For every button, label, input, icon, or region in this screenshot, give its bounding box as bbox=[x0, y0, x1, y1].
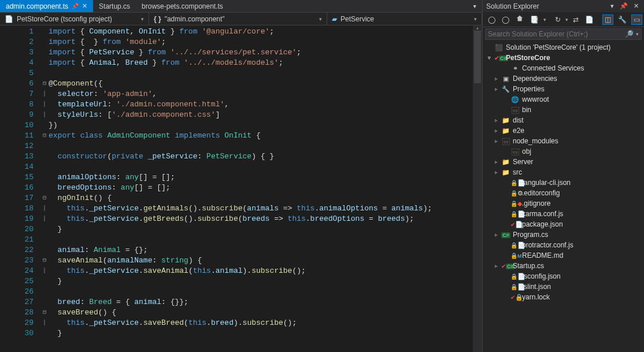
tree-item-label: src bbox=[513, 168, 522, 176]
sync-icon[interactable]: 📑 bbox=[528, 15, 541, 24]
expand-icon[interactable]: • bbox=[502, 107, 508, 113]
tree-item[interactable]: ▹📁e2e bbox=[483, 125, 644, 136]
tree-item[interactable]: •⬛Solution 'PetStoreCore' (1 project) bbox=[483, 42, 644, 53]
scrollbar-thumb[interactable] bbox=[474, 31, 481, 83]
window-position-icon[interactable]: ▾ bbox=[609, 2, 616, 10]
search-dropdown-icon[interactable]: ▾ bbox=[636, 31, 639, 37]
collapse-icon[interactable]: ⇄ bbox=[571, 15, 580, 24]
close-icon[interactable]: ✕ bbox=[82, 2, 87, 10]
vertical-scrollbar[interactable]: ▴ bbox=[473, 25, 482, 352]
tree-item[interactable]: •🔒📄tslint.json bbox=[483, 281, 644, 292]
tree-item-label: wwwroot bbox=[522, 95, 549, 103]
tab-overflow-icon[interactable]: ▾ bbox=[471, 1, 479, 12]
tree-item-label: tsconfig.json bbox=[522, 272, 561, 280]
fold-gutter[interactable]: ⊟|||⊟⊟||⊟|⊟| bbox=[40, 25, 49, 352]
forward-icon[interactable]: ◯ bbox=[500, 15, 511, 24]
expand-icon[interactable]: • bbox=[502, 273, 508, 279]
tree-item[interactable]: •▭obj bbox=[483, 146, 644, 157]
expand-icon[interactable]: ▹ bbox=[493, 117, 499, 123]
tree-item[interactable]: •🔒◆.gitignore bbox=[483, 198, 644, 209]
check-icon: ✔C# bbox=[494, 54, 504, 61]
expand-icon[interactable]: • bbox=[502, 201, 508, 206]
tree-item-label: karma.conf.js bbox=[522, 210, 563, 218]
tree-item-label: .gitignore bbox=[522, 199, 550, 208]
expand-icon[interactable]: • bbox=[502, 190, 508, 196]
expand-icon[interactable]: ▹ bbox=[493, 232, 499, 238]
nav-project-dropdown[interactable]: 📄 PetStoreCore (tsconfig project) ▾ bbox=[0, 13, 149, 25]
lock-json-icon: 🔒📄 bbox=[510, 242, 520, 249]
tree-item-label: README.md bbox=[522, 251, 563, 260]
tree-item[interactable]: •⚭Connected Services bbox=[483, 63, 644, 73]
tree-item[interactable]: •🔒📄protractor.conf.js bbox=[483, 240, 644, 250]
expand-icon[interactable]: • bbox=[502, 253, 508, 258]
lock-json-icon: 🔒📄 bbox=[510, 283, 520, 291]
expand-icon[interactable]: ▹ bbox=[493, 138, 499, 144]
expand-icon[interactable]: ▹ bbox=[493, 169, 499, 175]
document-tab[interactable]: admin.component.ts📌✕ bbox=[0, 0, 93, 12]
lock-json-icon: 🔒📄 bbox=[510, 210, 520, 218]
search-input[interactable] bbox=[488, 30, 623, 38]
expand-icon[interactable]: • bbox=[502, 211, 508, 217]
tab-label: browse-pets.component.ts bbox=[142, 2, 223, 10]
show-all-icon[interactable]: 📄 bbox=[583, 15, 595, 24]
tree-item[interactable]: •🔒M↓README.md bbox=[483, 250, 644, 261]
tree-item[interactable]: ▿✔C#PetStoreCore bbox=[483, 53, 644, 63]
nav-scope-dropdown[interactable]: { } "admin.component" ▾ bbox=[149, 13, 327, 25]
tree-item[interactable]: ▹📁dist bbox=[483, 115, 644, 125]
tree-item[interactable]: •✔📄package.json bbox=[483, 219, 644, 229]
preview-icon[interactable]: ◫ bbox=[602, 14, 613, 25]
document-tab[interactable]: Startup.cs bbox=[93, 0, 136, 12]
solution-search[interactable]: 🔎 ▾ bbox=[485, 28, 642, 40]
expand-icon[interactable]: • bbox=[502, 97, 508, 102]
lock-git-icon: 🔒◆ bbox=[510, 200, 520, 208]
expand-icon[interactable]: ▹ bbox=[493, 159, 499, 165]
tree-item[interactable]: •🔒📄karma.conf.js bbox=[483, 209, 644, 219]
tree-item[interactable]: •▭bin bbox=[483, 105, 644, 115]
nav-member-dropdown[interactable]: ▰ PetService ▾ bbox=[327, 13, 482, 25]
expand-icon[interactable]: ▹ bbox=[493, 86, 499, 92]
expand-icon[interactable]: • bbox=[502, 294, 508, 300]
solution-tree[interactable]: •⬛Solution 'PetStoreCore' (1 project)▿✔C… bbox=[483, 41, 644, 352]
pin-icon[interactable]: 📌 bbox=[72, 3, 79, 9]
tree-item[interactable]: ▹🔧Properties bbox=[483, 84, 644, 94]
home-icon[interactable] bbox=[514, 14, 525, 25]
tree-item-label: Program.cs bbox=[513, 231, 548, 239]
close-icon[interactable]: ✕ bbox=[632, 2, 641, 10]
expand-icon[interactable]: ▹ bbox=[493, 76, 499, 81]
expand-icon[interactable]: • bbox=[502, 221, 508, 227]
folder-icon: 📁 bbox=[501, 127, 510, 135]
expand-icon[interactable]: • bbox=[502, 149, 508, 154]
split-handle-icon[interactable]: ▴ bbox=[473, 25, 482, 31]
tree-item[interactable]: ▹▭node_modules bbox=[483, 136, 644, 146]
expand-icon[interactable]: • bbox=[486, 45, 492, 50]
tree-item[interactable]: ▹📁src bbox=[483, 167, 644, 177]
pin-icon[interactable]: 📌 bbox=[618, 2, 630, 10]
expand-icon[interactable]: • bbox=[502, 242, 508, 248]
editor-panel: admin.component.ts📌✕Startup.csbrowse-pet… bbox=[0, 0, 482, 352]
document-tab[interactable]: browse-pets.component.ts bbox=[136, 0, 229, 12]
properties-icon[interactable]: 🔧 bbox=[616, 15, 628, 24]
tree-item[interactable]: •🔒📄.angular-cli.json bbox=[483, 177, 644, 188]
expand-icon[interactable]: ▹ bbox=[493, 263, 499, 269]
tree-item[interactable]: •🔒⚙.editorconfig bbox=[483, 188, 644, 198]
expand-icon[interactable]: • bbox=[502, 284, 508, 290]
tree-item[interactable]: ▹▣Dependencies bbox=[483, 73, 644, 84]
view-icon[interactable]: ▭ bbox=[631, 14, 642, 25]
expand-icon[interactable]: ▿ bbox=[486, 55, 492, 61]
search-icon[interactable]: 🔎 bbox=[625, 30, 634, 38]
folder-icon: 📁 bbox=[501, 117, 510, 124]
tree-item[interactable]: ▹✔C#Startup.cs bbox=[483, 261, 644, 271]
tree-item[interactable]: •🔒📄tsconfig.json bbox=[483, 271, 644, 281]
expand-icon[interactable]: ▹ bbox=[493, 128, 499, 134]
expand-icon[interactable]: • bbox=[502, 65, 508, 71]
expand-icon[interactable]: • bbox=[502, 180, 508, 186]
tree-item[interactable]: ▹C#Program.cs bbox=[483, 229, 644, 240]
tree-item[interactable]: •🌐wwwroot bbox=[483, 94, 644, 105]
back-icon[interactable]: ◯ bbox=[486, 15, 497, 24]
globe-icon: 🌐 bbox=[510, 96, 520, 103]
tree-item[interactable]: ▹📁Server bbox=[483, 157, 644, 167]
refresh-icon[interactable]: ↻ bbox=[553, 15, 562, 24]
tree-item[interactable]: •✔🔒yarn.lock bbox=[483, 292, 644, 302]
code-editor[interactable]: import { Component, OnInit } from '@angu… bbox=[49, 25, 473, 352]
line-numbers: 1234567891011121314151617181920212223242… bbox=[0, 25, 40, 352]
